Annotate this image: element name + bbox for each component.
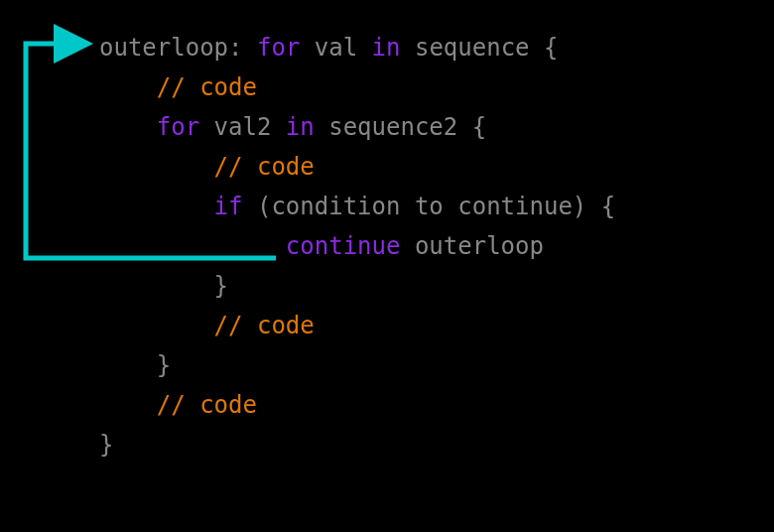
comment: // code [157, 391, 257, 419]
identifier-val2: val2 [214, 113, 272, 141]
brace-close: } [99, 431, 113, 459]
keyword-in: in [372, 34, 401, 62]
code-diagram: outerloop: for val in sequence { // code… [0, 0, 774, 532]
comment: // code [214, 153, 315, 181]
keyword-if: if [214, 193, 243, 220]
identifier-sequence: sequence [415, 34, 530, 62]
keyword-for: for [257, 34, 300, 62]
identifier-val: val [315, 34, 357, 62]
code-line-1: outerloop: for val in sequence { [99, 34, 558, 62]
code-line-5: if (condition to continue) { [99, 193, 615, 220]
code-line-10: // code [99, 391, 257, 419]
brace-open: { [544, 34, 558, 62]
code-line-3: for val2 in sequence2 { [99, 113, 486, 141]
brace-close: } [214, 272, 228, 300]
brace-close: } [157, 351, 171, 379]
comment: // code [157, 73, 257, 101]
code-line-9: } [99, 351, 171, 379]
code-line-11: } [99, 431, 113, 459]
keyword-in: in [286, 113, 315, 141]
brace-open: { [472, 113, 486, 141]
continue-target: outerloop [415, 232, 544, 260]
comment: // code [214, 312, 315, 339]
keyword-continue: continue [286, 232, 401, 260]
label-outerloop: outerloop: [99, 34, 243, 62]
brace-open: { [601, 193, 615, 220]
code-line-2: // code [99, 73, 257, 101]
code-line-7: } [99, 272, 228, 300]
identifier-sequence2: sequence2 [328, 113, 457, 141]
code-line-4: // code [99, 153, 315, 181]
code-line-8: // code [99, 312, 315, 339]
code-block: outerloop: for val in sequence { // code… [99, 28, 615, 465]
keyword-for: for [157, 113, 199, 141]
condition-text: (condition to continue) [257, 193, 586, 220]
code-line-6: continue outerloop [99, 232, 544, 260]
